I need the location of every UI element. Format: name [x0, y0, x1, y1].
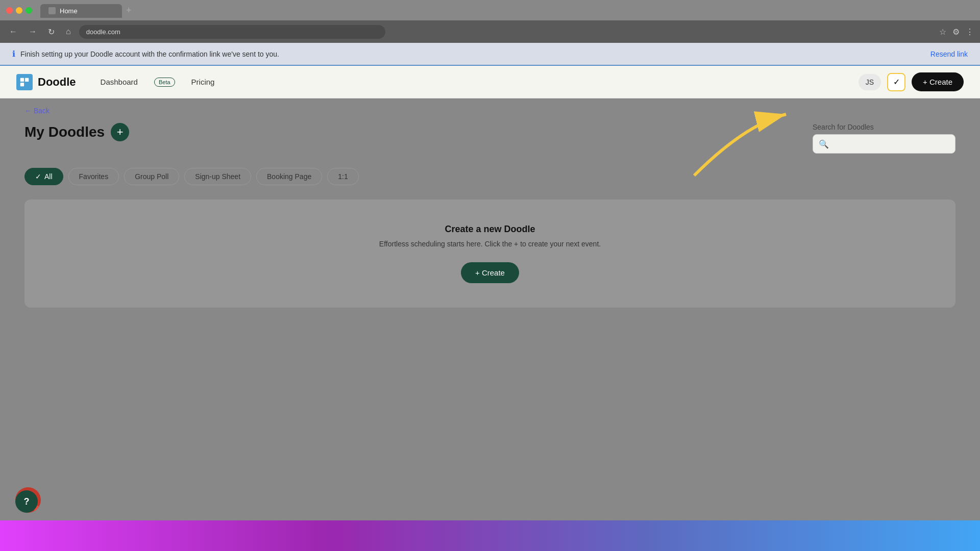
filter-tab-booking-page[interactable]: Booking Page [256, 168, 322, 185]
search-label: Search for Doodles [813, 123, 955, 131]
chevron-dropdown-button[interactable]: ✓ [887, 73, 905, 91]
filter-tab-favorites[interactable]: Favorites [68, 168, 119, 185]
empty-create-button[interactable]: + Create [461, 262, 519, 283]
filter-tab-all[interactable]: ✓ All [24, 168, 63, 185]
content-header: My Doodles + Search for Doodles 🔍 [24, 123, 955, 154]
content-area: My Doodles + Search for Doodles 🔍 ✓ All … [0, 119, 980, 320]
checkmark-icon: ✓ [35, 172, 41, 181]
browser-nav: ← → ↻ ⌂ ☆ ⚙ ⋮ [0, 20, 980, 43]
empty-state-description: Effortless scheduling starts here. Click… [37, 240, 943, 248]
tab-title: Home [60, 7, 78, 15]
add-doodle-button[interactable]: + [111, 123, 129, 141]
browser-titlebar: Home + [0, 0, 980, 20]
beta-badge: Beta [154, 78, 175, 87]
menu-icon[interactable]: ⋮ [966, 27, 974, 37]
svg-rect-1 [20, 78, 24, 81]
logo-icon [16, 74, 33, 90]
page-title: My Doodles [24, 124, 105, 140]
new-tab-button[interactable]: + [122, 3, 136, 18]
back-link[interactable]: ← Back [0, 98, 980, 119]
banner-left: ℹ Finish setting up your Doodle account … [12, 49, 279, 59]
bookmark-icon[interactable]: ☆ [939, 27, 946, 37]
user-initials: JS [866, 78, 874, 86]
logo-text: Doodle [38, 76, 76, 89]
refresh-button[interactable]: ↻ [45, 25, 58, 39]
user-menu-button[interactable]: JS [859, 74, 881, 90]
browser-chrome: Home + ← → ↻ ⌂ ☆ ⚙ ⋮ [0, 0, 980, 43]
bottom-gradient [0, 520, 980, 551]
help-widget: g ? [15, 477, 51, 513]
nav-icons: ☆ ⚙ ⋮ [939, 27, 974, 37]
search-icon: 🔍 [819, 139, 829, 149]
create-button[interactable]: + Create [912, 72, 964, 91]
svg-rect-2 [25, 78, 29, 81]
empty-state-title: Create a new Doodle [37, 224, 943, 235]
traffic-lights [6, 7, 32, 14]
address-bar[interactable] [79, 25, 385, 39]
page: ℹ Finish setting up your Doodle account … [0, 43, 980, 551]
browser-tabs: Home + [40, 3, 136, 18]
filter-tab-group-poll[interactable]: Group Poll [124, 168, 179, 185]
chevron-down-icon: ✓ [893, 77, 900, 87]
resend-link-button[interactable]: Resend link [930, 50, 968, 58]
search-section: Search for Doodles 🔍 [813, 123, 955, 154]
header-right: JS ✓ + Create [859, 72, 964, 91]
nav-dashboard[interactable]: Dashboard [101, 78, 138, 86]
filter-tabs: ✓ All Favorites Group Poll Sign-up Sheet… [24, 168, 955, 185]
active-tab[interactable]: Home [40, 4, 122, 18]
close-traffic-light[interactable] [6, 7, 13, 14]
filter-tab-one-on-one[interactable]: 1:1 [327, 168, 358, 185]
empty-state-card: Create a new Doodle Effortless schedulin… [24, 199, 955, 308]
top-banner: ℹ Finish setting up your Doodle account … [0, 43, 980, 66]
help-button[interactable]: ? [15, 490, 38, 513]
logo: Doodle [16, 74, 76, 90]
info-icon: ℹ [12, 49, 15, 59]
home-button[interactable]: ⌂ [63, 25, 74, 38]
nav-pricing[interactable]: Pricing [191, 78, 215, 86]
search-input[interactable] [813, 134, 955, 154]
nav-links: Dashboard Beta Pricing [101, 78, 215, 87]
back-button[interactable]: ← [6, 25, 20, 38]
extensions-icon[interactable]: ⚙ [952, 27, 960, 37]
svg-rect-3 [20, 82, 24, 86]
search-input-wrap: 🔍 [813, 134, 955, 154]
banner-message: Finish setting up your Doodle account wi… [20, 50, 279, 58]
maximize-traffic-light[interactable] [26, 7, 32, 14]
tab-favicon [48, 7, 56, 14]
minimize-traffic-light[interactable] [16, 7, 22, 14]
forward-button[interactable]: → [26, 25, 40, 38]
filter-tab-signup-sheet[interactable]: Sign-up Sheet [184, 168, 251, 185]
site-header: Doodle Dashboard Beta Pricing JS ✓ + Cre… [0, 66, 980, 98]
